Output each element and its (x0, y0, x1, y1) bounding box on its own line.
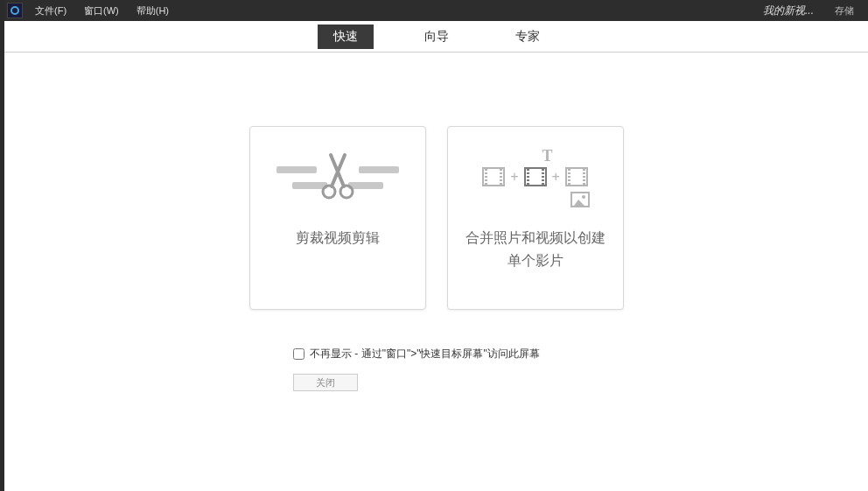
card-trim-video[interactable]: 剪裁视频剪辑 (249, 126, 426, 310)
scissor-icon (318, 151, 357, 204)
plus-icon: + (552, 169, 560, 185)
menu-help[interactable]: 帮助(H) (136, 4, 169, 18)
tab-quick[interactable]: 快速 (318, 25, 374, 49)
film-clip-icon (524, 167, 547, 186)
merge-icon: T + + (448, 127, 623, 223)
film-clip-icon (482, 167, 505, 186)
main-content: 剪裁视频剪辑 T + + 合并照 (4, 53, 868, 391)
window-left-border (0, 0, 4, 491)
close-button[interactable]: 关闭 (293, 374, 358, 391)
text-type-icon: T (542, 147, 552, 165)
menu-file[interactable]: 文件(F) (35, 4, 66, 18)
dont-show-again-label: 不再显示 - 通过"窗口">"快速目标屏幕"访问此屏幕 (310, 347, 540, 361)
menu-window[interactable]: 窗口(W) (84, 4, 119, 18)
tab-expert[interactable]: 专家 (500, 25, 556, 49)
card-merge-title: 合并照片和视频以创建单个影片 (448, 223, 623, 275)
svg-point-1 (340, 186, 353, 198)
tab-guided[interactable]: 向导 (409, 25, 465, 49)
trim-icon (250, 127, 425, 223)
image-icon (570, 192, 590, 207)
mode-tabs: 快速 向导 专家 (4, 21, 868, 53)
dont-show-again-row[interactable]: 不再显示 - 通过"窗口">"快速目标屏幕"访问此屏幕 (293, 347, 868, 361)
dont-show-again-checkbox[interactable] (293, 348, 304, 360)
app-logo-icon (7, 3, 23, 18)
menu-bar: 文件(F) 窗口(W) 帮助(H) 我的新视... 存储 (0, 0, 868, 21)
plus-icon: + (510, 169, 518, 185)
svg-point-0 (323, 186, 335, 198)
save-button[interactable]: 存储 (835, 4, 854, 18)
card-trim-title: 剪裁视频剪辑 (282, 223, 394, 253)
film-clip-icon (565, 167, 588, 186)
card-merge-media[interactable]: T + + 合并照片和视频以创建单个影片 (447, 126, 624, 310)
project-name-label: 我的新视... (763, 4, 814, 18)
